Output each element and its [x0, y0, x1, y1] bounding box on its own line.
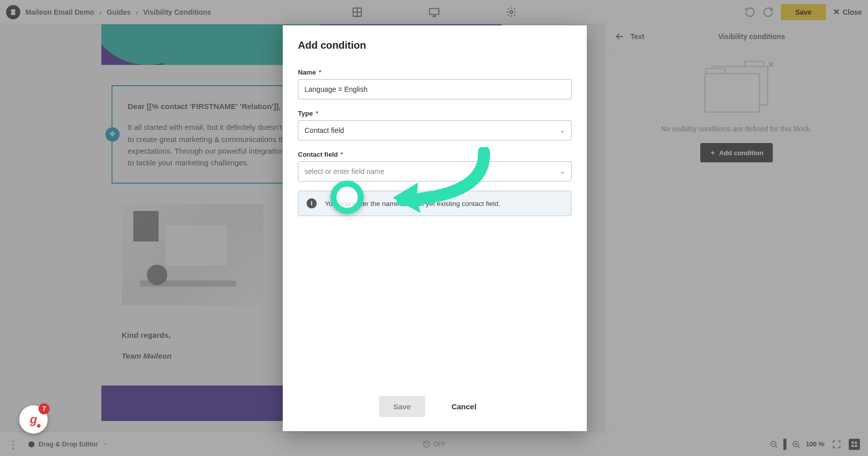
contact-field-select[interactable]: select or enter field name ⌄ — [298, 161, 572, 182]
chevron-down-icon: ⌄ — [560, 168, 565, 175]
contact-field-label: Contact field * — [298, 151, 572, 158]
notification-count: 7 — [39, 403, 50, 414]
modal-save-button[interactable]: Save — [379, 396, 425, 417]
name-input[interactable] — [298, 79, 572, 99]
info-icon: i — [307, 198, 317, 208]
modal-title: Add condition — [298, 40, 572, 51]
modal-footer: Save Cancel — [283, 385, 587, 431]
modal-header: Add condition — [283, 25, 587, 56]
name-label: Name * — [298, 68, 572, 76]
notification-dot-icon — [37, 424, 41, 428]
info-text: You may enter the name of a not yet exis… — [325, 200, 500, 207]
modal-cancel-button[interactable]: Cancel — [437, 396, 490, 417]
notification-bubble[interactable]: g 7 — [19, 405, 48, 434]
notification-letter: g — [30, 412, 37, 427]
type-label: Type * — [298, 110, 572, 117]
type-select-value: Contact field — [305, 126, 344, 134]
info-banner: i You may enter the name of a not yet ex… — [298, 191, 572, 216]
type-select[interactable]: Contact field ⌄ — [298, 120, 572, 141]
contact-field-placeholder: select or enter field name — [305, 167, 384, 176]
add-condition-modal: Add condition Name * Type * Contact fiel… — [283, 25, 587, 431]
chevron-down-icon: ⌄ — [560, 127, 565, 134]
